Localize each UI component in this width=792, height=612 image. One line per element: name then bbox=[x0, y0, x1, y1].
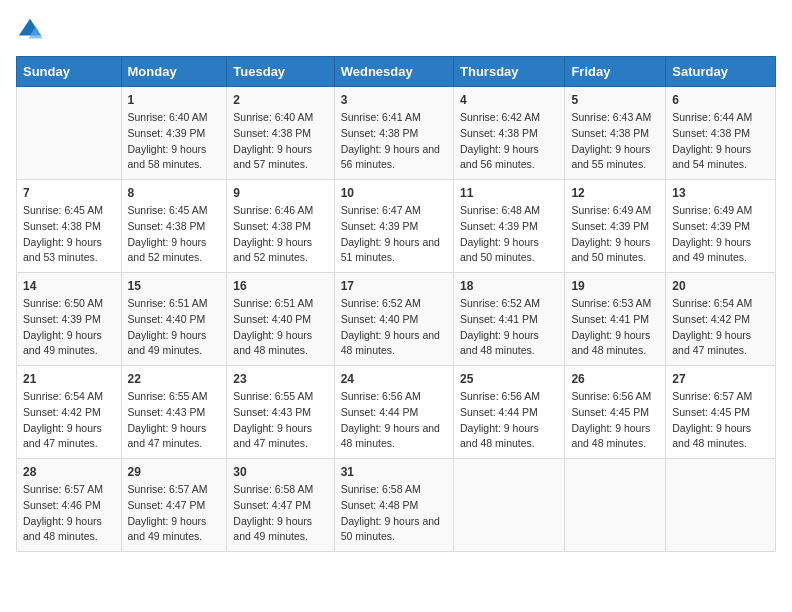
cell-content: Sunrise: 6:58 AM Sunset: 4:48 PM Dayligh… bbox=[341, 482, 447, 545]
cell-content: Sunrise: 6:54 AM Sunset: 4:42 PM Dayligh… bbox=[23, 389, 115, 452]
day-number: 22 bbox=[128, 372, 221, 386]
calendar-cell: 16Sunrise: 6:51 AM Sunset: 4:40 PM Dayli… bbox=[227, 273, 334, 366]
cell-content: Sunrise: 6:56 AM Sunset: 4:44 PM Dayligh… bbox=[460, 389, 558, 452]
day-number: 9 bbox=[233, 186, 327, 200]
day-number: 28 bbox=[23, 465, 115, 479]
day-number: 2 bbox=[233, 93, 327, 107]
calendar-cell: 30Sunrise: 6:58 AM Sunset: 4:47 PM Dayli… bbox=[227, 459, 334, 552]
cell-content: Sunrise: 6:58 AM Sunset: 4:47 PM Dayligh… bbox=[233, 482, 327, 545]
day-number: 16 bbox=[233, 279, 327, 293]
day-number: 31 bbox=[341, 465, 447, 479]
day-number: 8 bbox=[128, 186, 221, 200]
day-number: 6 bbox=[672, 93, 769, 107]
cell-content: Sunrise: 6:57 AM Sunset: 4:46 PM Dayligh… bbox=[23, 482, 115, 545]
calendar-cell: 8Sunrise: 6:45 AM Sunset: 4:38 PM Daylig… bbox=[121, 180, 227, 273]
week-row-5: 28Sunrise: 6:57 AM Sunset: 4:46 PM Dayli… bbox=[17, 459, 776, 552]
header-saturday: Saturday bbox=[666, 57, 776, 87]
day-number: 23 bbox=[233, 372, 327, 386]
cell-content: Sunrise: 6:51 AM Sunset: 4:40 PM Dayligh… bbox=[128, 296, 221, 359]
day-number: 3 bbox=[341, 93, 447, 107]
logo bbox=[16, 16, 48, 44]
cell-content: Sunrise: 6:55 AM Sunset: 4:43 PM Dayligh… bbox=[233, 389, 327, 452]
day-number: 5 bbox=[571, 93, 659, 107]
header-wednesday: Wednesday bbox=[334, 57, 453, 87]
week-row-3: 14Sunrise: 6:50 AM Sunset: 4:39 PM Dayli… bbox=[17, 273, 776, 366]
cell-content: Sunrise: 6:56 AM Sunset: 4:45 PM Dayligh… bbox=[571, 389, 659, 452]
calendar-cell bbox=[17, 87, 122, 180]
calendar-cell: 31Sunrise: 6:58 AM Sunset: 4:48 PM Dayli… bbox=[334, 459, 453, 552]
calendar-cell: 23Sunrise: 6:55 AM Sunset: 4:43 PM Dayli… bbox=[227, 366, 334, 459]
header-monday: Monday bbox=[121, 57, 227, 87]
header-thursday: Thursday bbox=[454, 57, 565, 87]
calendar-cell: 7Sunrise: 6:45 AM Sunset: 4:38 PM Daylig… bbox=[17, 180, 122, 273]
calendar-cell: 15Sunrise: 6:51 AM Sunset: 4:40 PM Dayli… bbox=[121, 273, 227, 366]
cell-content: Sunrise: 6:57 AM Sunset: 4:45 PM Dayligh… bbox=[672, 389, 769, 452]
cell-content: Sunrise: 6:54 AM Sunset: 4:42 PM Dayligh… bbox=[672, 296, 769, 359]
calendar-cell bbox=[454, 459, 565, 552]
calendar-cell: 12Sunrise: 6:49 AM Sunset: 4:39 PM Dayli… bbox=[565, 180, 666, 273]
cell-content: Sunrise: 6:42 AM Sunset: 4:38 PM Dayligh… bbox=[460, 110, 558, 173]
day-number: 10 bbox=[341, 186, 447, 200]
day-number: 30 bbox=[233, 465, 327, 479]
day-number: 27 bbox=[672, 372, 769, 386]
day-number: 17 bbox=[341, 279, 447, 293]
week-row-4: 21Sunrise: 6:54 AM Sunset: 4:42 PM Dayli… bbox=[17, 366, 776, 459]
cell-content: Sunrise: 6:50 AM Sunset: 4:39 PM Dayligh… bbox=[23, 296, 115, 359]
day-number: 11 bbox=[460, 186, 558, 200]
day-number: 14 bbox=[23, 279, 115, 293]
cell-content: Sunrise: 6:53 AM Sunset: 4:41 PM Dayligh… bbox=[571, 296, 659, 359]
page-header bbox=[16, 16, 776, 44]
calendar-cell: 29Sunrise: 6:57 AM Sunset: 4:47 PM Dayli… bbox=[121, 459, 227, 552]
calendar-cell: 26Sunrise: 6:56 AM Sunset: 4:45 PM Dayli… bbox=[565, 366, 666, 459]
header-friday: Friday bbox=[565, 57, 666, 87]
calendar-cell bbox=[565, 459, 666, 552]
cell-content: Sunrise: 6:43 AM Sunset: 4:38 PM Dayligh… bbox=[571, 110, 659, 173]
cell-content: Sunrise: 6:52 AM Sunset: 4:40 PM Dayligh… bbox=[341, 296, 447, 359]
cell-content: Sunrise: 6:49 AM Sunset: 4:39 PM Dayligh… bbox=[672, 203, 769, 266]
day-number: 12 bbox=[571, 186, 659, 200]
day-number: 13 bbox=[672, 186, 769, 200]
cell-content: Sunrise: 6:46 AM Sunset: 4:38 PM Dayligh… bbox=[233, 203, 327, 266]
day-number: 25 bbox=[460, 372, 558, 386]
calendar-cell: 6Sunrise: 6:44 AM Sunset: 4:38 PM Daylig… bbox=[666, 87, 776, 180]
day-number: 15 bbox=[128, 279, 221, 293]
calendar-cell: 27Sunrise: 6:57 AM Sunset: 4:45 PM Dayli… bbox=[666, 366, 776, 459]
calendar-cell: 10Sunrise: 6:47 AM Sunset: 4:39 PM Dayli… bbox=[334, 180, 453, 273]
calendar-cell bbox=[666, 459, 776, 552]
cell-content: Sunrise: 6:40 AM Sunset: 4:38 PM Dayligh… bbox=[233, 110, 327, 173]
cell-content: Sunrise: 6:44 AM Sunset: 4:38 PM Dayligh… bbox=[672, 110, 769, 173]
calendar-cell: 5Sunrise: 6:43 AM Sunset: 4:38 PM Daylig… bbox=[565, 87, 666, 180]
week-row-1: 1Sunrise: 6:40 AM Sunset: 4:39 PM Daylig… bbox=[17, 87, 776, 180]
day-number: 1 bbox=[128, 93, 221, 107]
calendar-cell: 22Sunrise: 6:55 AM Sunset: 4:43 PM Dayli… bbox=[121, 366, 227, 459]
calendar-cell: 9Sunrise: 6:46 AM Sunset: 4:38 PM Daylig… bbox=[227, 180, 334, 273]
calendar-cell: 13Sunrise: 6:49 AM Sunset: 4:39 PM Dayli… bbox=[666, 180, 776, 273]
calendar-cell: 11Sunrise: 6:48 AM Sunset: 4:39 PM Dayli… bbox=[454, 180, 565, 273]
header-tuesday: Tuesday bbox=[227, 57, 334, 87]
cell-content: Sunrise: 6:47 AM Sunset: 4:39 PM Dayligh… bbox=[341, 203, 447, 266]
cell-content: Sunrise: 6:48 AM Sunset: 4:39 PM Dayligh… bbox=[460, 203, 558, 266]
cell-content: Sunrise: 6:45 AM Sunset: 4:38 PM Dayligh… bbox=[23, 203, 115, 266]
calendar-cell: 20Sunrise: 6:54 AM Sunset: 4:42 PM Dayli… bbox=[666, 273, 776, 366]
day-number: 7 bbox=[23, 186, 115, 200]
calendar-cell: 18Sunrise: 6:52 AM Sunset: 4:41 PM Dayli… bbox=[454, 273, 565, 366]
day-number: 26 bbox=[571, 372, 659, 386]
day-number: 21 bbox=[23, 372, 115, 386]
calendar-cell: 14Sunrise: 6:50 AM Sunset: 4:39 PM Dayli… bbox=[17, 273, 122, 366]
day-number: 20 bbox=[672, 279, 769, 293]
day-number: 4 bbox=[460, 93, 558, 107]
cell-content: Sunrise: 6:57 AM Sunset: 4:47 PM Dayligh… bbox=[128, 482, 221, 545]
cell-content: Sunrise: 6:52 AM Sunset: 4:41 PM Dayligh… bbox=[460, 296, 558, 359]
calendar-cell: 28Sunrise: 6:57 AM Sunset: 4:46 PM Dayli… bbox=[17, 459, 122, 552]
logo-icon bbox=[16, 16, 44, 44]
calendar-table: SundayMondayTuesdayWednesdayThursdayFrid… bbox=[16, 56, 776, 552]
day-number: 24 bbox=[341, 372, 447, 386]
cell-content: Sunrise: 6:56 AM Sunset: 4:44 PM Dayligh… bbox=[341, 389, 447, 452]
day-number: 18 bbox=[460, 279, 558, 293]
cell-content: Sunrise: 6:49 AM Sunset: 4:39 PM Dayligh… bbox=[571, 203, 659, 266]
cell-content: Sunrise: 6:45 AM Sunset: 4:38 PM Dayligh… bbox=[128, 203, 221, 266]
cell-content: Sunrise: 6:55 AM Sunset: 4:43 PM Dayligh… bbox=[128, 389, 221, 452]
calendar-cell: 3Sunrise: 6:41 AM Sunset: 4:38 PM Daylig… bbox=[334, 87, 453, 180]
calendar-cell: 1Sunrise: 6:40 AM Sunset: 4:39 PM Daylig… bbox=[121, 87, 227, 180]
calendar-cell: 21Sunrise: 6:54 AM Sunset: 4:42 PM Dayli… bbox=[17, 366, 122, 459]
